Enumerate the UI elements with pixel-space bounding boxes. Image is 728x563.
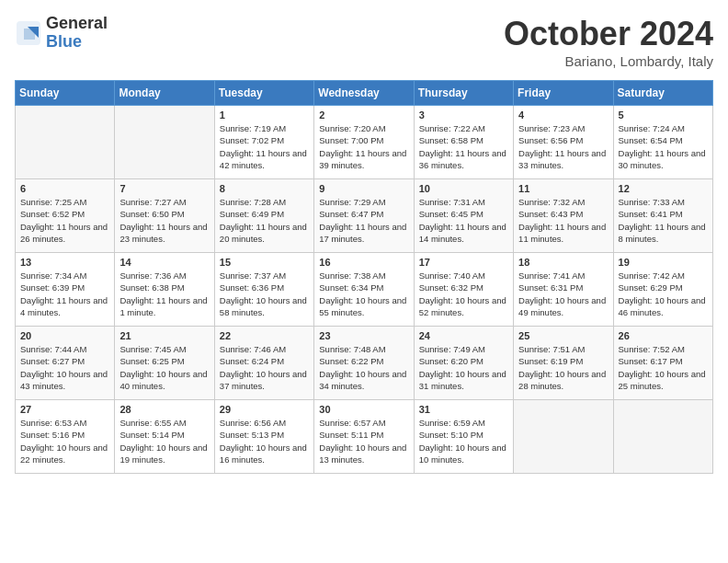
day-info: Sunrise: 7:49 AMSunset: 6:20 PMDaylight:… [419, 344, 506, 391]
calendar-cell [16, 106, 115, 179]
day-number: 15 [220, 257, 309, 268]
month-title: October 2024 [504, 15, 713, 53]
day-info: Sunrise: 7:19 AMSunset: 7:02 PMDaylight:… [220, 123, 307, 170]
day-info: Sunrise: 7:41 AMSunset: 6:31 PMDaylight:… [518, 270, 606, 317]
day-info: Sunrise: 6:56 AMSunset: 5:13 PMDaylight:… [220, 418, 307, 465]
calendar-body: 1 Sunrise: 7:19 AMSunset: 7:02 PMDayligh… [16, 106, 713, 474]
day-info: Sunrise: 6:53 AMSunset: 5:16 PMDaylight:… [20, 418, 108, 465]
day-info: Sunrise: 7:31 AMSunset: 6:45 PMDaylight:… [419, 197, 506, 244]
calendar-cell: 12 Sunrise: 7:33 AMSunset: 6:41 PMDaylig… [613, 179, 712, 253]
calendar-cell: 30 Sunrise: 6:57 AMSunset: 5:11 PMDaylig… [314, 400, 414, 474]
calendar-cell: 17 Sunrise: 7:40 AMSunset: 6:32 PMDaylig… [414, 253, 513, 327]
calendar-cell: 26 Sunrise: 7:52 AMSunset: 6:17 PMDaylig… [613, 327, 712, 400]
calendar-cell: 6 Sunrise: 7:25 AMSunset: 6:52 PMDayligh… [16, 179, 115, 253]
calendar-cell: 31 Sunrise: 6:59 AMSunset: 5:10 PMDaylig… [414, 400, 513, 474]
calendar-cell [514, 400, 613, 474]
calendar-cell: 13 Sunrise: 7:34 AMSunset: 6:39 PMDaylig… [16, 253, 115, 327]
calendar-cell: 9 Sunrise: 7:29 AMSunset: 6:47 PMDayligh… [314, 179, 414, 253]
day-number: 6 [20, 183, 109, 194]
day-number: 12 [619, 183, 708, 194]
calendar-cell: 19 Sunrise: 7:42 AMSunset: 6:29 PMDaylig… [613, 253, 712, 327]
calendar-cell: 7 Sunrise: 7:27 AMSunset: 6:50 PMDayligh… [115, 179, 214, 253]
week-row-2: 6 Sunrise: 7:25 AMSunset: 6:52 PMDayligh… [16, 179, 713, 253]
day-number: 26 [619, 330, 708, 341]
calendar-cell: 27 Sunrise: 6:53 AMSunset: 5:16 PMDaylig… [16, 400, 115, 474]
day-number: 22 [220, 330, 309, 341]
day-number: 3 [419, 109, 508, 121]
header-day-wednesday: Wednesday [314, 81, 414, 106]
day-number: 29 [220, 404, 309, 415]
header-day-saturday: Saturday [613, 81, 712, 106]
day-number: 20 [20, 330, 109, 341]
logo-general: General [46, 15, 108, 33]
day-number: 27 [20, 404, 109, 415]
calendar-cell: 24 Sunrise: 7:49 AMSunset: 6:20 PMDaylig… [414, 327, 513, 400]
day-info: Sunrise: 7:33 AMSunset: 6:41 PMDaylight:… [619, 197, 706, 244]
calendar-cell: 21 Sunrise: 7:45 AMSunset: 6:25 PMDaylig… [115, 327, 214, 400]
week-row-4: 20 Sunrise: 7:44 AMSunset: 6:27 PMDaylig… [16, 327, 713, 400]
calendar-cell: 20 Sunrise: 7:44 AMSunset: 6:27 PMDaylig… [16, 327, 115, 400]
calendar-cell: 4 Sunrise: 7:23 AMSunset: 6:56 PMDayligh… [514, 106, 613, 179]
calendar-cell: 1 Sunrise: 7:19 AMSunset: 7:02 PMDayligh… [214, 106, 313, 179]
day-number: 17 [419, 257, 508, 268]
day-number: 14 [119, 257, 209, 268]
day-number: 24 [419, 330, 508, 341]
day-number: 7 [119, 183, 209, 194]
day-number: 16 [319, 257, 408, 268]
day-number: 25 [518, 330, 608, 341]
calendar-cell [115, 106, 214, 179]
calendar-cell: 18 Sunrise: 7:41 AMSunset: 6:31 PMDaylig… [514, 253, 613, 327]
header-day-sunday: Sunday [16, 81, 115, 106]
header-day-thursday: Thursday [414, 81, 513, 106]
location: Bariano, Lombardy, Italy [504, 53, 713, 69]
calendar-cell: 5 Sunrise: 7:24 AMSunset: 6:54 PMDayligh… [613, 106, 712, 179]
day-info: Sunrise: 7:37 AMSunset: 6:36 PMDaylight:… [220, 270, 307, 317]
day-info: Sunrise: 7:40 AMSunset: 6:32 PMDaylight:… [419, 270, 506, 317]
header-day-friday: Friday [514, 81, 613, 106]
calendar-cell: 23 Sunrise: 7:48 AMSunset: 6:22 PMDaylig… [314, 327, 414, 400]
day-info: Sunrise: 7:48 AMSunset: 6:22 PMDaylight:… [319, 344, 406, 391]
calendar-cell: 25 Sunrise: 7:51 AMSunset: 6:19 PMDaylig… [514, 327, 613, 400]
calendar-cell: 28 Sunrise: 6:55 AMSunset: 5:14 PMDaylig… [115, 400, 214, 474]
calendar-cell [613, 400, 712, 474]
day-info: Sunrise: 7:27 AMSunset: 6:50 PMDaylight:… [119, 197, 207, 244]
calendar-cell: 15 Sunrise: 7:37 AMSunset: 6:36 PMDaylig… [214, 253, 313, 327]
day-info: Sunrise: 7:22 AMSunset: 6:58 PMDaylight:… [419, 123, 506, 170]
calendar-cell: 10 Sunrise: 7:31 AMSunset: 6:45 PMDaylig… [414, 179, 513, 253]
day-number: 4 [518, 109, 608, 121]
calendar-cell: 2 Sunrise: 7:20 AMSunset: 7:00 PMDayligh… [314, 106, 414, 179]
header-day-tuesday: Tuesday [214, 81, 313, 106]
calendar-header: SundayMondayTuesdayWednesdayThursdayFrid… [16, 81, 713, 106]
day-info: Sunrise: 7:25 AMSunset: 6:52 PMDaylight:… [20, 197, 108, 244]
day-info: Sunrise: 7:20 AMSunset: 7:00 PMDaylight:… [319, 123, 406, 170]
header-day-monday: Monday [115, 81, 214, 106]
calendar-cell: 29 Sunrise: 6:56 AMSunset: 5:13 PMDaylig… [214, 400, 313, 474]
page-header: General Blue October 2024 Bariano, Lomba… [15, 15, 713, 69]
day-info: Sunrise: 6:57 AMSunset: 5:11 PMDaylight:… [319, 418, 406, 465]
calendar-cell: 8 Sunrise: 7:28 AMSunset: 6:49 PMDayligh… [214, 179, 313, 253]
day-number: 5 [619, 109, 708, 121]
day-info: Sunrise: 7:42 AMSunset: 6:29 PMDaylight:… [619, 270, 706, 317]
logo-text: General Blue [46, 15, 108, 52]
day-number: 8 [220, 183, 309, 194]
logo-blue: Blue [46, 33, 108, 52]
day-info: Sunrise: 7:23 AMSunset: 6:56 PMDaylight:… [518, 123, 606, 170]
day-number: 10 [419, 183, 508, 194]
header-row: SundayMondayTuesdayWednesdayThursdayFrid… [16, 81, 713, 106]
week-row-5: 27 Sunrise: 6:53 AMSunset: 5:16 PMDaylig… [16, 400, 713, 474]
day-number: 19 [619, 257, 708, 268]
calendar-table: SundayMondayTuesdayWednesdayThursdayFrid… [15, 80, 713, 474]
day-info: Sunrise: 7:36 AMSunset: 6:38 PMDaylight:… [119, 270, 207, 317]
day-info: Sunrise: 7:44 AMSunset: 6:27 PMDaylight:… [20, 344, 108, 391]
day-info: Sunrise: 7:38 AMSunset: 6:34 PMDaylight:… [319, 270, 406, 317]
day-number: 2 [319, 109, 408, 121]
day-number: 1 [220, 109, 309, 121]
day-info: Sunrise: 7:52 AMSunset: 6:17 PMDaylight:… [619, 344, 706, 391]
logo: General Blue [15, 15, 108, 52]
day-number: 30 [319, 404, 408, 415]
day-info: Sunrise: 6:55 AMSunset: 5:14 PMDaylight:… [119, 418, 207, 465]
day-number: 13 [20, 257, 109, 268]
day-info: Sunrise: 7:32 AMSunset: 6:43 PMDaylight:… [518, 197, 606, 244]
day-number: 18 [518, 257, 608, 268]
day-info: Sunrise: 7:46 AMSunset: 6:24 PMDaylight:… [220, 344, 307, 391]
